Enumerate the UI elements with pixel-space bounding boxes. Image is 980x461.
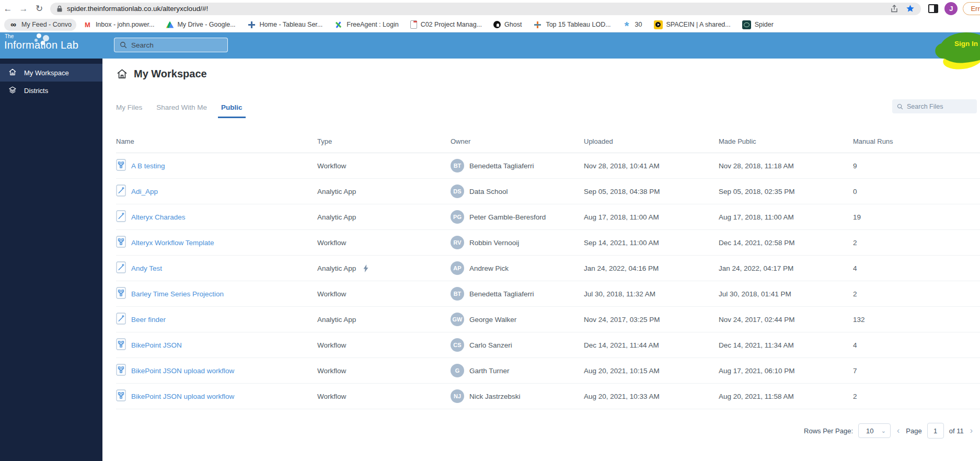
uploaded-date: Sep 14, 2021, 11:00 AM: [584, 239, 719, 247]
table-row[interactable]: BikePoint JSON Workflow CS Carlo Sanzeri…: [116, 332, 980, 358]
owner-avatar: GW: [451, 313, 464, 326]
bookmark-item[interactable]: C02 Project Manag...: [406, 19, 487, 30]
chevron-down-icon: ⌄: [881, 428, 886, 434]
browser-profile-avatar[interactable]: J: [944, 2, 958, 15]
file-name-link[interactable]: A B testing: [131, 162, 165, 170]
page-count-label: of 11: [949, 427, 964, 435]
workflow-icon: [116, 338, 126, 352]
bookmark-item[interactable]: Spider: [737, 19, 778, 31]
owner-name: Garth Turner: [469, 367, 510, 375]
manual-runs-count: 19: [853, 213, 980, 221]
column-header[interactable]: Name: [116, 137, 317, 145]
forward-icon[interactable]: →: [16, 2, 31, 16]
uploaded-date: Jan 24, 2022, 04:16 PM: [584, 264, 719, 272]
manual-runs-count: 0: [853, 188, 980, 195]
rows-per-page-label: Rows Per Page:: [804, 427, 853, 435]
file-name-link[interactable]: Alteryx Workflow Template: [131, 239, 214, 247]
next-page-button[interactable]: ›: [969, 426, 974, 435]
bookmark-item[interactable]: My Drive - Google...: [161, 19, 240, 30]
file-name-link[interactable]: BikePoint JSON upload workflow: [131, 393, 234, 400]
owner-avatar: BT: [451, 159, 464, 172]
file-type: Workflow: [317, 239, 346, 247]
bookmark-item[interactable]: Top 15 Tableau LOD...: [528, 19, 615, 31]
bookmark-star-icon[interactable]: [906, 4, 915, 13]
column-header[interactable]: Uploaded: [584, 137, 719, 145]
tab-public[interactable]: Public: [221, 103, 243, 118]
tab-my-files[interactable]: My Files: [116, 103, 142, 118]
tab-shared-with-me[interactable]: Shared With Me: [156, 103, 207, 118]
table-row[interactable]: BikePoint JSON upload workflow Workflow …: [116, 384, 980, 409]
file-type: Analytic App: [317, 264, 356, 272]
workflow-icon: [116, 287, 126, 301]
made-public-date: Aug 17, 2021, 06:10 PM: [719, 367, 853, 375]
uploaded-date: Sep 05, 2018, 04:38 PM: [584, 188, 719, 195]
uploaded-date: Jul 30, 2018, 11:32 AM: [584, 290, 719, 298]
sidebar-item-label: My Workspace: [24, 69, 69, 77]
file-type: Analytic App: [317, 316, 356, 324]
search-files-input[interactable]: Search Files: [892, 99, 977, 113]
column-header[interactable]: Type: [317, 137, 451, 145]
file-name-link[interactable]: Beer finder: [131, 316, 166, 324]
bookmark-item[interactable]: Home - Tableau Ser...: [243, 19, 328, 31]
tab-bar: My FilesShared With MePublic: [116, 103, 243, 118]
tableau-lod-icon: [533, 20, 542, 29]
bookmark-item[interactable]: SPACEIN | A shared...: [649, 19, 735, 31]
table-row[interactable]: Andy Test Analytic App AP Andrew Pick Ja…: [116, 256, 980, 281]
sidebar-item-my-workspace[interactable]: My Workspace: [0, 64, 102, 82]
sidebar-item-districts[interactable]: Districts: [0, 82, 102, 99]
prev-page-button[interactable]: ‹: [896, 426, 901, 435]
sign-in-button[interactable]: Sign In: [954, 40, 978, 48]
file-name-link[interactable]: BikePoint JSON: [131, 341, 182, 349]
spider-icon: [742, 20, 751, 29]
back-icon[interactable]: ←: [0, 2, 16, 16]
manual-runs-count: 2: [853, 393, 980, 400]
file-name-link[interactable]: Andy Test: [131, 264, 162, 272]
main-content: My Workspace My FilesShared With MePubli…: [102, 59, 980, 461]
table-row[interactable]: A B testing Workflow BT Benedetta Taglia…: [116, 153, 980, 179]
file-name-link[interactable]: Adi_App: [131, 188, 158, 195]
owner-name: Data School: [469, 188, 508, 195]
bookmark-item[interactable]: FreeAgent : Login: [329, 19, 403, 31]
column-header[interactable]: Manual Runs: [853, 137, 980, 145]
made-public-date: Dec 14, 2021, 02:58 PM: [719, 239, 853, 247]
information-lab-logo[interactable]: The Information Lab: [4, 34, 78, 50]
lightning-icon: [363, 264, 368, 272]
pagination-bar: Rows Per Page: 10 ⌄ ‹ Page 1 of 11 ›: [804, 423, 974, 439]
file-name-link[interactable]: Alteryx Charades: [131, 213, 186, 221]
side-panel-icon[interactable]: [928, 4, 938, 13]
reload-icon[interactable]: ↻: [31, 2, 47, 16]
owner-name: Nick Jastrzebski: [469, 393, 521, 400]
table-row[interactable]: Adi_App Analytic App DS Data School Sep …: [116, 179, 980, 204]
bookmark-item[interactable]: Ghost: [489, 19, 526, 30]
table-body: A B testing Workflow BT Benedetta Taglia…: [116, 153, 980, 409]
column-header[interactable]: Made Public: [719, 137, 853, 145]
table-row[interactable]: Alteryx Workflow Template Workflow RV Ro…: [116, 230, 980, 256]
table-row[interactable]: Alteryx Charades Analytic App PG Peter G…: [116, 204, 980, 230]
table-row[interactable]: Barley Time Series Projection Workflow B…: [116, 281, 980, 307]
global-search-input[interactable]: Search: [114, 38, 228, 52]
extension-error-badge[interactable]: Erro: [963, 2, 980, 15]
workflow-icon: [116, 364, 126, 377]
bookmark-item[interactable]: Inbox - john.power...: [78, 19, 159, 31]
made-public-date: Sep 05, 2018, 02:35 PM: [719, 188, 853, 195]
analytic-app-icon: [116, 261, 126, 275]
workflow-icon: [116, 389, 126, 403]
table-row[interactable]: Beer finder Analytic App GW George Walke…: [116, 307, 980, 332]
bookmark-label: Inbox - john.power...: [96, 21, 155, 28]
bookmark-item[interactable]: 30: [618, 19, 647, 31]
column-header[interactable]: Owner: [451, 137, 584, 145]
file-name-link[interactable]: BikePoint JSON upload workflow: [131, 367, 234, 375]
share-icon[interactable]: [890, 5, 898, 13]
file-name-link[interactable]: Barley Time Series Projection: [131, 290, 224, 298]
file-type: Analytic App: [317, 188, 356, 195]
address-bar[interactable]: spider.theinformationlab.co.uk/alteryxcl…: [50, 3, 921, 15]
sidebar-item-label: Districts: [24, 87, 48, 95]
bookmark-item[interactable]: My Feed - Convo: [4, 19, 76, 31]
bookmark-label: Home - Tableau Ser...: [260, 21, 323, 28]
bookmark-label: My Feed - Convo: [21, 21, 72, 28]
page-number-input[interactable]: 1: [927, 423, 944, 439]
uploaded-date: Aug 20, 2021, 10:33 AM: [584, 393, 719, 400]
table-row[interactable]: BikePoint JSON upload workflow Workflow …: [116, 358, 980, 384]
rows-per-page-select[interactable]: 10 ⌄: [858, 423, 891, 438]
made-public-date: Aug 17, 2018, 11:00 AM: [719, 213, 853, 221]
